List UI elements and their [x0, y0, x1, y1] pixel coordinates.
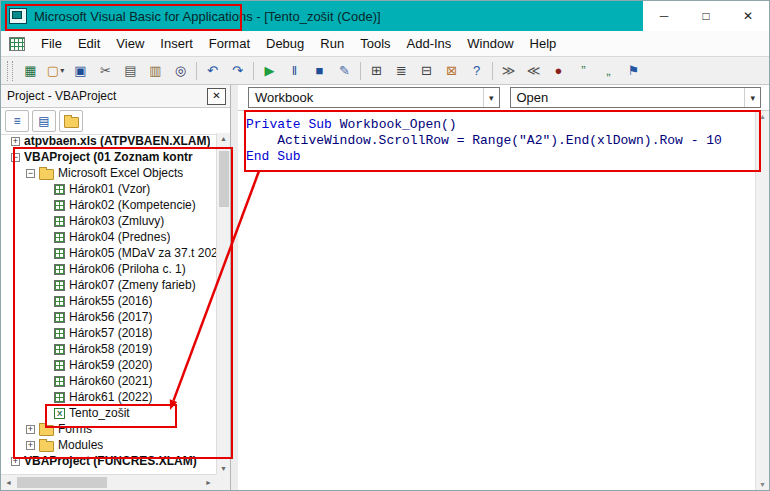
scroll-up-icon[interactable]: ▲: [757, 111, 768, 122]
tree-item-harok58-2019[interactable]: Hárok58 (2019): [1, 341, 216, 357]
scrollbar-thumb[interactable]: [219, 151, 229, 207]
menu-bar: FileEditViewInsertFormatDebugRunToolsAdd…: [1, 31, 769, 57]
toggle-folders-icon[interactable]: [59, 110, 83, 132]
undo-icon[interactable]: ↶: [200, 59, 225, 82]
menu-add-ins[interactable]: Add-Ins: [399, 33, 460, 54]
collapse-icon[interactable]: −: [26, 169, 35, 178]
project-tree-vertical-scrollbar[interactable]: ▲ ▼: [216, 133, 230, 474]
tree-item-forms[interactable]: +Forms: [1, 421, 216, 437]
tree-item-atpvbaen-xls-atpvbaen-xlam[interactable]: +atpvbaen.xls (ATPVBAEN.XLAM): [1, 133, 216, 149]
tree-item-harok06-priloha-c-1[interactable]: Hárok06 (Priloha c. 1): [1, 261, 216, 277]
tree-item-harok03-zmluvy[interactable]: Hárok03 (Zmluvy): [1, 213, 216, 229]
tree-item-harok57-2018[interactable]: Hárok57 (2018): [1, 325, 216, 341]
expand-icon[interactable]: +: [11, 457, 20, 466]
tree-item-label: Hárok57 (2018): [69, 326, 152, 340]
uncomment-block-icon[interactable]: „: [596, 59, 621, 82]
close-button[interactable]: ✕: [727, 1, 769, 31]
code-line[interactable]: Private Sub Workbook_Open(): [246, 117, 755, 133]
tree-item-vbaproject-01-zoznam-kontr[interactable]: −VBAProject (01 Zoznam kontr: [1, 149, 216, 165]
menu-help[interactable]: Help: [522, 33, 565, 54]
reset-icon[interactable]: ■: [307, 59, 332, 82]
code-line[interactable]: End Sub: [246, 149, 755, 165]
expand-icon[interactable]: +: [26, 425, 35, 434]
view-code-icon[interactable]: ≡: [5, 110, 29, 132]
menu-window[interactable]: Window: [459, 33, 521, 54]
code-vertical-scrollbar[interactable]: ▲ ▼: [755, 111, 769, 490]
scroll-right-icon[interactable]: ►: [203, 477, 214, 488]
scroll-up-icon[interactable]: ▲: [218, 133, 229, 144]
tree-item-harok01-vzor[interactable]: Hárok01 (Vzor): [1, 181, 216, 197]
tree-item-harok56-2017[interactable]: Hárok56 (2017): [1, 309, 216, 325]
insert-userform-icon[interactable]: ▢▾: [43, 59, 68, 82]
tree-item-tento-zosit[interactable]: Tento_zošit: [1, 405, 216, 421]
run-sub-icon[interactable]: ▶: [257, 59, 282, 82]
scroll-left-icon[interactable]: ◄: [3, 477, 14, 488]
toggle-breakpoint-icon[interactable]: ●: [546, 59, 571, 82]
outdent-icon[interactable]: ≪: [521, 59, 546, 82]
scrollbar-thumb[interactable]: [17, 477, 107, 488]
panel-splitter[interactable]: [231, 85, 238, 490]
tree-item-label: Hárok06 (Priloha c. 1): [69, 262, 186, 276]
chevron-down-icon[interactable]: ▾: [483, 88, 499, 107]
maximize-button[interactable]: □: [685, 1, 727, 31]
indent-icon[interactable]: ≫: [496, 59, 521, 82]
paste-icon[interactable]: ▥: [143, 59, 168, 82]
code-line[interactable]: ActiveWindow.ScrollRow = Range("A2").End…: [246, 133, 755, 149]
minimize-button[interactable]: ─: [643, 1, 685, 31]
tree-item-label: Hárok61 (2022): [69, 390, 152, 404]
tree-item-label: Hárok56 (2017): [69, 310, 152, 324]
object-browser-icon[interactable]: ⊟: [414, 59, 439, 82]
code-editor[interactable]: Private Sub Workbook_Open() ActiveWindow…: [238, 111, 755, 490]
menu-tools[interactable]: Tools: [352, 33, 398, 54]
tree-item-harok59-2020[interactable]: Hárok59 (2020): [1, 357, 216, 373]
properties-window-icon[interactable]: ≣: [389, 59, 414, 82]
toolbar-separator: [196, 62, 197, 80]
toolbox-icon[interactable]: ⊠: [439, 59, 464, 82]
scroll-down-icon[interactable]: ▼: [218, 463, 229, 474]
procedure-dropdown[interactable]: Open ▾: [510, 87, 762, 108]
toolbar-grip[interactable]: [7, 61, 13, 81]
menu-format[interactable]: Format: [201, 33, 258, 54]
menu-insert[interactable]: Insert: [152, 33, 201, 54]
cut-icon[interactable]: ✂: [93, 59, 118, 82]
project-panel-close-icon[interactable]: ✕: [207, 88, 226, 105]
tree-item-modules[interactable]: +Modules: [1, 437, 216, 453]
tree-item-harok04-prednes[interactable]: Hárok04 (Prednes): [1, 229, 216, 245]
collapse-icon[interactable]: −: [11, 153, 20, 162]
project-explorer-icon[interactable]: ⊞: [364, 59, 389, 82]
menu-file[interactable]: File: [33, 33, 70, 54]
expand-icon[interactable]: +: [26, 441, 35, 450]
view-object-icon[interactable]: ▤: [32, 110, 56, 132]
tree-item-microsoft-excel-objects[interactable]: −Microsoft Excel Objects: [1, 165, 216, 181]
expand-icon[interactable]: +: [11, 137, 20, 146]
object-dropdown[interactable]: Workbook ▾: [248, 87, 500, 108]
menu-edit[interactable]: Edit: [70, 33, 108, 54]
worksheet-icon: [54, 296, 65, 307]
redo-icon[interactable]: ↷: [225, 59, 250, 82]
menu-debug[interactable]: Debug: [258, 33, 312, 54]
tree-item-label: Hárok02 (Kompetencie): [69, 198, 196, 212]
project-tree-horizontal-scrollbar[interactable]: ◄ ►: [1, 474, 216, 490]
tree-item-harok60-2021[interactable]: Hárok60 (2021): [1, 373, 216, 389]
help-icon[interactable]: ?: [464, 59, 489, 82]
design-mode-icon[interactable]: ✎: [332, 59, 357, 82]
tree-item-harok55-2016[interactable]: Hárok55 (2016): [1, 293, 216, 309]
view-microsoft-excel-icon[interactable]: ▦: [18, 59, 43, 82]
menu-run[interactable]: Run: [312, 33, 352, 54]
menu-bar-items: FileEditViewInsertFormatDebugRunToolsAdd…: [33, 33, 564, 54]
tree-item-harok61-2022[interactable]: Hárok61 (2022): [1, 389, 216, 405]
save-icon[interactable]: ▣: [68, 59, 93, 82]
scroll-down-icon[interactable]: ▼: [757, 479, 768, 490]
object-dropdown-value: Workbook: [255, 90, 313, 105]
find-icon[interactable]: ◎: [168, 59, 193, 82]
copy-icon[interactable]: ▤: [118, 59, 143, 82]
chevron-down-icon[interactable]: ▾: [744, 88, 760, 107]
tree-item-vbaproject-funcres-xlam[interactable]: +VBAProject (FUNCRES.XLAM): [1, 453, 216, 469]
break-icon[interactable]: ‖: [282, 59, 307, 82]
toggle-bookmark-icon[interactable]: ⚑: [621, 59, 646, 82]
menu-view[interactable]: View: [108, 33, 152, 54]
tree-item-harok05-mdav-za-37-t-202[interactable]: Hárok05 (MDaV za 37.t 202: [1, 245, 216, 261]
tree-item-harok07-zmeny-farieb[interactable]: Hárok07 (Zmeny farieb): [1, 277, 216, 293]
comment-block-icon[interactable]: ”: [571, 59, 596, 82]
tree-item-harok02-kompetencie[interactable]: Hárok02 (Kompetencie): [1, 197, 216, 213]
